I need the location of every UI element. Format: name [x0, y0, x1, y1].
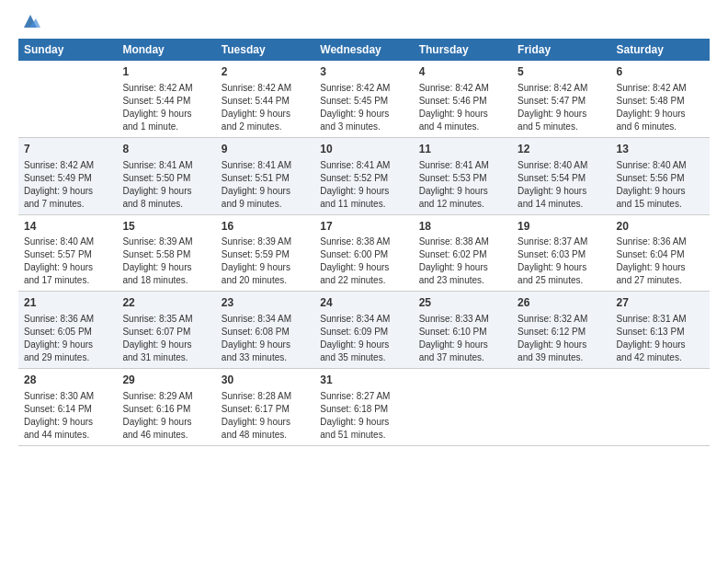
weekday-wednesday: Wednesday: [314, 39, 413, 61]
cell-info: Sunrise: 8:34 AM Sunset: 6:09 PM Dayligh…: [320, 313, 407, 364]
calendar-cell: [512, 369, 610, 446]
calendar-cell: 6Sunrise: 8:42 AM Sunset: 5:48 PM Daylig…: [611, 61, 710, 137]
cell-info: Sunrise: 8:41 AM Sunset: 5:50 PM Dayligh…: [122, 159, 210, 211]
calendar-cell: 29Sunrise: 8:29 AM Sunset: 6:16 PM Dayli…: [117, 369, 215, 446]
cell-info: Sunrise: 8:41 AM Sunset: 5:51 PM Dayligh…: [222, 159, 309, 211]
day-number: 20: [617, 219, 704, 235]
calendar-cell: 9Sunrise: 8:41 AM Sunset: 5:51 PM Daylig…: [216, 137, 314, 214]
cell-info: Sunrise: 8:39 AM Sunset: 5:59 PM Dayligh…: [222, 236, 309, 287]
calendar-cell: 31Sunrise: 8:27 AM Sunset: 6:18 PM Dayli…: [314, 369, 413, 446]
calendar-cell: 19Sunrise: 8:37 AM Sunset: 6:03 PM Dayli…: [512, 214, 610, 292]
day-number: 13: [617, 142, 704, 157]
day-number: 16: [222, 219, 309, 235]
day-number: 4: [419, 64, 506, 80]
calendar-cell: 14Sunrise: 8:40 AM Sunset: 5:57 PM Dayli…: [18, 214, 117, 292]
cell-info: Sunrise: 8:42 AM Sunset: 5:44 PM Dayligh…: [122, 82, 210, 133]
cell-info: Sunrise: 8:37 AM Sunset: 6:03 PM Dayligh…: [518, 236, 605, 287]
calendar-cell: 28Sunrise: 8:30 AM Sunset: 6:14 PM Dayli…: [18, 369, 117, 446]
weekday-tuesday: Tuesday: [216, 39, 314, 61]
cell-info: Sunrise: 8:41 AM Sunset: 5:53 PM Dayligh…: [419, 159, 506, 211]
cell-info: Sunrise: 8:42 AM Sunset: 5:47 PM Dayligh…: [518, 82, 605, 133]
calendar-cell: [611, 369, 710, 446]
calendar-cell: 12Sunrise: 8:40 AM Sunset: 5:54 PM Dayli…: [512, 137, 610, 214]
calendar-row: 28Sunrise: 8:30 AM Sunset: 6:14 PM Dayli…: [18, 369, 710, 446]
weekday-thursday: Thursday: [414, 39, 512, 61]
cell-info: Sunrise: 8:38 AM Sunset: 6:00 PM Dayligh…: [320, 236, 407, 287]
day-number: 5: [518, 64, 605, 80]
day-number: 1: [122, 64, 210, 80]
cell-info: Sunrise: 8:40 AM Sunset: 5:57 PM Dayligh…: [24, 236, 111, 287]
calendar-row: 7Sunrise: 8:42 AM Sunset: 5:49 PM Daylig…: [18, 137, 710, 214]
calendar-cell: 7Sunrise: 8:42 AM Sunset: 5:49 PM Daylig…: [18, 137, 117, 214]
day-number: 21: [24, 295, 111, 311]
calendar-cell: [414, 369, 512, 446]
cell-info: Sunrise: 8:31 AM Sunset: 6:13 PM Dayligh…: [617, 313, 704, 364]
cell-info: Sunrise: 8:42 AM Sunset: 5:44 PM Dayligh…: [222, 82, 309, 133]
day-number: 18: [419, 219, 506, 235]
day-number: 31: [320, 373, 407, 388]
weekday-header-row: SundayMondayTuesdayWednesdayThursdayFrid…: [18, 39, 710, 61]
day-number: 12: [518, 142, 605, 157]
calendar-cell: [18, 61, 117, 137]
day-number: 23: [222, 295, 309, 311]
day-number: 3: [320, 64, 407, 80]
weekday-saturday: Saturday: [611, 39, 710, 61]
cell-info: Sunrise: 8:32 AM Sunset: 6:12 PM Dayligh…: [518, 313, 605, 364]
cell-info: Sunrise: 8:42 AM Sunset: 5:46 PM Dayligh…: [419, 82, 506, 133]
cell-info: Sunrise: 8:42 AM Sunset: 5:49 PM Dayligh…: [24, 159, 111, 211]
calendar-cell: 10Sunrise: 8:41 AM Sunset: 5:52 PM Dayli…: [314, 137, 413, 214]
calendar-cell: 25Sunrise: 8:33 AM Sunset: 6:10 PM Dayli…: [414, 292, 512, 369]
day-number: 6: [617, 64, 704, 80]
calendar-cell: 3Sunrise: 8:42 AM Sunset: 5:45 PM Daylig…: [314, 61, 413, 137]
calendar-cell: 18Sunrise: 8:38 AM Sunset: 6:02 PM Dayli…: [414, 214, 512, 292]
cell-info: Sunrise: 8:38 AM Sunset: 6:02 PM Dayligh…: [419, 236, 506, 287]
day-number: 28: [24, 373, 111, 388]
calendar-cell: 23Sunrise: 8:34 AM Sunset: 6:08 PM Dayli…: [216, 292, 314, 369]
calendar-cell: 21Sunrise: 8:36 AM Sunset: 6:05 PM Dayli…: [18, 292, 117, 369]
calendar-cell: 5Sunrise: 8:42 AM Sunset: 5:47 PM Daylig…: [512, 61, 610, 137]
day-number: 29: [122, 373, 210, 388]
calendar-row: 14Sunrise: 8:40 AM Sunset: 5:57 PM Dayli…: [18, 214, 710, 292]
day-number: 11: [419, 142, 506, 157]
calendar-cell: 13Sunrise: 8:40 AM Sunset: 5:56 PM Dayli…: [611, 137, 710, 214]
calendar-cell: 30Sunrise: 8:28 AM Sunset: 6:17 PM Dayli…: [216, 369, 314, 446]
cell-info: Sunrise: 8:36 AM Sunset: 6:05 PM Dayligh…: [24, 313, 111, 364]
day-number: 15: [122, 219, 210, 235]
cell-info: Sunrise: 8:42 AM Sunset: 5:45 PM Dayligh…: [320, 82, 407, 133]
day-number: 10: [320, 142, 407, 157]
cell-info: Sunrise: 8:34 AM Sunset: 6:08 PM Dayligh…: [222, 313, 309, 364]
weekday-monday: Monday: [117, 39, 215, 61]
day-number: 19: [518, 219, 605, 235]
day-number: 27: [617, 295, 704, 311]
calendar-cell: 17Sunrise: 8:38 AM Sunset: 6:00 PM Dayli…: [314, 214, 413, 292]
day-number: 26: [518, 295, 605, 311]
cell-info: Sunrise: 8:28 AM Sunset: 6:17 PM Dayligh…: [222, 390, 309, 442]
day-number: 14: [24, 219, 111, 235]
header: [18, 15, 710, 31]
cell-info: Sunrise: 8:35 AM Sunset: 6:07 PM Dayligh…: [122, 313, 210, 364]
logo-icon: [20, 11, 40, 31]
cell-info: Sunrise: 8:33 AM Sunset: 6:10 PM Dayligh…: [419, 313, 506, 364]
day-number: 25: [419, 295, 506, 311]
calendar-table: SundayMondayTuesdayWednesdayThursdayFrid…: [18, 39, 710, 446]
calendar-cell: 22Sunrise: 8:35 AM Sunset: 6:07 PM Dayli…: [117, 292, 215, 369]
cell-info: Sunrise: 8:42 AM Sunset: 5:48 PM Dayligh…: [617, 82, 704, 133]
logo: [18, 15, 40, 31]
calendar-row: 21Sunrise: 8:36 AM Sunset: 6:05 PM Dayli…: [18, 292, 710, 369]
cell-info: Sunrise: 8:29 AM Sunset: 6:16 PM Dayligh…: [122, 390, 210, 442]
cell-info: Sunrise: 8:27 AM Sunset: 6:18 PM Dayligh…: [320, 390, 407, 442]
calendar-cell: 4Sunrise: 8:42 AM Sunset: 5:46 PM Daylig…: [414, 61, 512, 137]
cell-info: Sunrise: 8:40 AM Sunset: 5:54 PM Dayligh…: [518, 159, 605, 211]
day-number: 9: [222, 142, 309, 157]
calendar-cell: 1Sunrise: 8:42 AM Sunset: 5:44 PM Daylig…: [117, 61, 215, 137]
weekday-friday: Friday: [512, 39, 610, 61]
day-number: 22: [122, 295, 210, 311]
page: SundayMondayTuesdayWednesdayThursdayFrid…: [0, 0, 728, 563]
day-number: 2: [222, 64, 309, 80]
cell-info: Sunrise: 8:36 AM Sunset: 6:04 PM Dayligh…: [617, 236, 704, 287]
calendar-row: 1Sunrise: 8:42 AM Sunset: 5:44 PM Daylig…: [18, 61, 710, 137]
day-number: 17: [320, 219, 407, 235]
cell-info: Sunrise: 8:30 AM Sunset: 6:14 PM Dayligh…: [24, 390, 111, 442]
weekday-sunday: Sunday: [18, 39, 117, 61]
cell-info: Sunrise: 8:40 AM Sunset: 5:56 PM Dayligh…: [617, 159, 704, 211]
